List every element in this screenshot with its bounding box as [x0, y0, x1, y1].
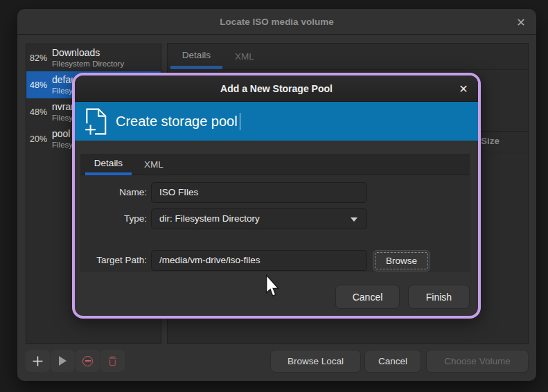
pool-row-downloads[interactable]: 82% Downloads Filesystem Directory	[26, 44, 161, 71]
stop-pool-button[interactable]	[76, 350, 100, 372]
dialog-cancel-button[interactable]: Cancel	[335, 285, 400, 309]
target-path-label: Target Path:	[82, 250, 147, 271]
window-title: Locate ISO media volume	[17, 9, 536, 35]
choose-volume-button: Choose Volume	[426, 350, 529, 373]
browse-button[interactable]: Browse	[373, 250, 430, 271]
pool-usage: 82%	[26, 53, 52, 63]
cancel-button[interactable]: Cancel	[364, 350, 421, 373]
name-input[interactable]: ISO FIles	[151, 182, 367, 203]
dialog-title: Add a New Storage Pool	[75, 75, 478, 102]
dialog-tab-xml[interactable]: XML	[132, 154, 176, 175]
browse-local-button[interactable]: Browse Local	[270, 350, 361, 373]
type-value: dir: Filesystem Directory	[159, 213, 260, 224]
target-path-input[interactable]: /media/vm-drive/iso-files	[151, 250, 367, 271]
pool-name: Downloads	[52, 46, 124, 59]
dialog-titlebar: Add a New Storage Pool ✕	[75, 75, 478, 102]
name-label: Name:	[82, 182, 147, 203]
pool-usage: 48%	[26, 107, 52, 117]
dialog-finish-button[interactable]: Finish	[408, 285, 470, 309]
start-pool-button[interactable]	[51, 350, 75, 372]
text-caret	[240, 113, 240, 130]
create-storage-pool-banner: Create storage pool	[75, 102, 478, 141]
pool-usage: 20%	[26, 134, 52, 144]
dialog-tab-details[interactable]: Details	[85, 154, 132, 175]
trash-icon	[107, 355, 118, 366]
banner-title: Create storage pool	[116, 114, 238, 130]
pool-usage: 48%	[26, 80, 52, 90]
tab-details[interactable]: Details	[170, 44, 222, 69]
tab-xml[interactable]: XML	[222, 44, 267, 69]
window-close-icon[interactable]: ✕	[512, 13, 530, 31]
plus-icon	[33, 356, 43, 366]
volume-table-header-border	[477, 152, 528, 152]
window-titlebar: Locate ISO media volume ✕	[17, 9, 536, 35]
delete-pool-button[interactable]	[100, 350, 125, 372]
type-label: Type:	[82, 208, 147, 229]
chevron-down-icon	[351, 217, 357, 222]
add-pool-button[interactable]	[26, 350, 50, 372]
dialog-close-icon[interactable]: ✕	[455, 80, 472, 97]
type-dropdown[interactable]: dir: Filesystem Directory	[151, 208, 367, 229]
pool-type: Filesystem Directory	[52, 59, 124, 69]
new-document-icon	[85, 108, 107, 135]
play-icon	[59, 356, 67, 366]
mouse-cursor	[265, 274, 280, 298]
column-header-size[interactable]: Size	[481, 136, 500, 146]
tab-strip-divider	[168, 69, 528, 70]
stop-icon	[82, 356, 93, 366]
